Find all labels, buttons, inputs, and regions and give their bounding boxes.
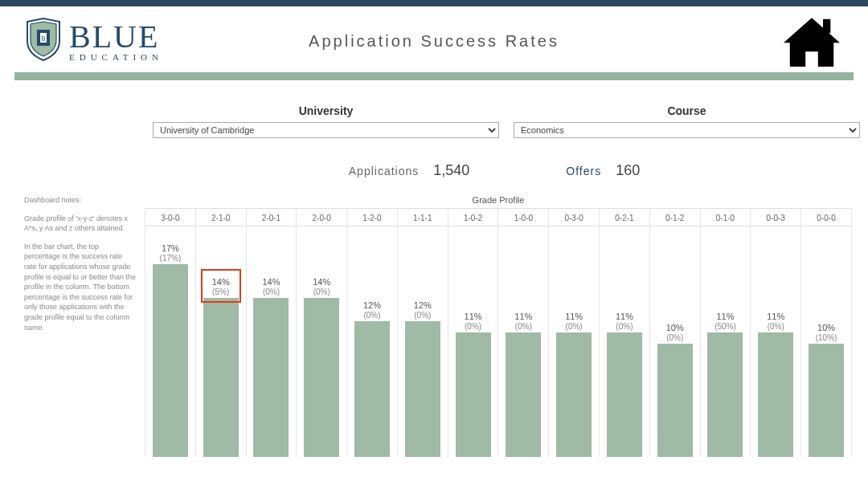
shield-icon: B [24, 17, 63, 65]
chart-column: 0-3-011%(0%) [549, 209, 600, 457]
bar-value-label: 11%(0%) [465, 312, 482, 332]
bar-value-label: 14%(0%) [313, 277, 330, 298]
university-filter: University University of Cambridge [153, 104, 499, 138]
bar-area: 11%(50%) [701, 226, 751, 457]
bar-value-label: 10%(0%) [666, 323, 684, 344]
chart-column: 1-0-211%(0%) [448, 209, 499, 457]
university-select[interactable]: University of Cambridge [153, 122, 499, 138]
chart-column: 1-1-112%(0%) [398, 209, 448, 457]
svg-text:B: B [41, 35, 45, 43]
bar: 11%(0%) [556, 332, 592, 457]
category-label: 0-0-3 [751, 209, 800, 226]
dashboard-notes: Dashboard notes: Grade profile of 'x-y-z… [0, 195, 145, 457]
bar: 10%(10%) [809, 344, 844, 457]
chart-column: 0-0-311%(0%) [751, 209, 801, 457]
chart-container: Grade Profile 3-0-017%(17%)2-1-014%(5%)2… [145, 195, 868, 457]
header: B BLUE EDUCATION Application Success Rat… [0, 6, 868, 72]
category-label: 0-2-1 [600, 209, 649, 226]
bar-value-label: 14%(0%) [262, 277, 280, 298]
chart-column: 2-0-014%(0%) [297, 209, 347, 457]
bar: 11%(0%) [758, 332, 793, 457]
bar-area: 10%(0%) [650, 226, 700, 457]
bar: 12%(0%) [354, 321, 390, 457]
bar: 11%(0%) [456, 332, 491, 457]
bar-area: 11%(0%) [600, 226, 649, 457]
category-label: 1-0-2 [448, 209, 498, 226]
filters-row: University University of Cambridge Cours… [153, 104, 860, 138]
bar-value-label: 14%(5%) [212, 277, 230, 298]
stat-applications: Applications 1,540 [349, 162, 470, 179]
bar-area: 12%(0%) [347, 226, 397, 457]
brand-name: BLUE [69, 21, 163, 53]
stats-row: Applications 1,540 Offers 160 [121, 162, 868, 179]
bar: 12%(0%) [405, 321, 440, 457]
category-label: 1-1-1 [398, 209, 448, 226]
category-label: 2-0-1 [247, 209, 297, 226]
category-label: 0-1-2 [650, 209, 700, 226]
chart-column: 0-1-011%(50%) [701, 209, 751, 457]
stat-offers: Offers 160 [566, 162, 640, 179]
bar-value-label: 11%(0%) [767, 312, 784, 332]
brand-text: BLUE EDUCATION [69, 21, 163, 62]
category-label: 1-2-0 [347, 209, 397, 226]
chart-column: 3-0-017%(17%) [145, 209, 196, 457]
offers-label: Offers [566, 165, 601, 177]
course-select[interactable]: Economics [514, 122, 860, 138]
applications-value: 1,540 [433, 162, 469, 179]
bar-area: 14%(0%) [247, 226, 297, 457]
divider-bar [14, 72, 854, 80]
bar-chart: 3-0-017%(17%)2-1-014%(5%)2-0-114%(0%)2-0… [145, 208, 852, 457]
notes-heading: Dashboard notes: [24, 195, 137, 206]
bar-area: 10%(10%) [801, 226, 851, 457]
svg-rect-4 [823, 19, 830, 33]
page-title: Application Success Rates [309, 32, 559, 51]
bar-value-label: 11%(0%) [514, 312, 532, 332]
bar-area: 14%(5%) [196, 226, 246, 457]
bar-value-label: 12%(0%) [363, 300, 381, 321]
chart-column: 0-2-111%(0%) [600, 209, 650, 457]
notes-p2: In the bar chart, the top percentage is … [24, 242, 137, 332]
bar: 10%(0%) [657, 344, 693, 457]
top-stripe [0, 0, 868, 6]
applications-label: Applications [349, 165, 420, 177]
bar-value-label: 10%(10%) [816, 323, 837, 344]
category-label: 0-3-0 [549, 209, 599, 226]
bar-value-label: 12%(0%) [414, 300, 432, 321]
bar-area: 11%(0%) [751, 226, 800, 457]
bar: 14%(0%) [304, 298, 339, 457]
bar-value-label: 11%(0%) [616, 312, 633, 332]
brand-logo: B BLUE EDUCATION [24, 17, 163, 65]
category-label: 0-1-0 [701, 209, 751, 226]
category-label: 2-1-0 [196, 209, 246, 226]
bar: 11%(0%) [607, 332, 642, 457]
chart-column: 2-1-014%(5%) [196, 209, 247, 457]
chart-column: 0-0-010%(10%) [801, 209, 852, 457]
university-label: University [153, 104, 499, 117]
category-label: 1-0-0 [498, 209, 548, 226]
brand-subtitle: EDUCATION [69, 53, 163, 62]
bar: 11%(0%) [506, 332, 541, 457]
chart-column: 1-2-012%(0%) [347, 209, 398, 457]
main-row: Dashboard notes: Grade profile of 'x-y-z… [0, 195, 868, 457]
course-label: Course [514, 104, 860, 117]
bar-value-label: 17%(17%) [160, 243, 182, 264]
home-icon[interactable] [780, 13, 844, 69]
chart-column: 1-0-011%(0%) [498, 209, 549, 457]
bar: 17%(17%) [153, 264, 188, 457]
chart-title: Grade Profile [145, 195, 852, 205]
bar-area: 11%(0%) [498, 226, 548, 457]
course-filter: Course Economics [514, 104, 860, 138]
notes-p1: Grade profile of 'x-y-z' denotes x A*s, … [24, 214, 137, 234]
bar: 14%(0%) [253, 298, 289, 457]
bar-area: 17%(17%) [145, 226, 195, 457]
bar-area: 11%(0%) [549, 226, 599, 457]
bar-value-label: 11%(50%) [714, 312, 736, 332]
bar: 14%(5%) [203, 298, 239, 457]
bar-area: 12%(0%) [398, 226, 448, 457]
svg-marker-3 [784, 18, 840, 67]
offers-value: 160 [616, 162, 640, 179]
bar: 11%(50%) [707, 332, 743, 457]
chart-column: 2-0-114%(0%) [247, 209, 297, 457]
bar-value-label: 11%(0%) [565, 312, 583, 332]
chart-column: 0-1-210%(0%) [650, 209, 701, 457]
